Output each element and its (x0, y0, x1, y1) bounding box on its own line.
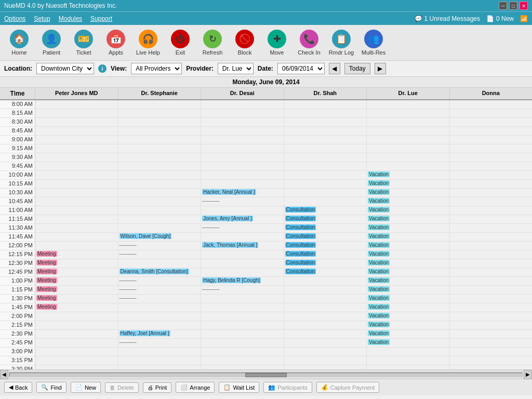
schedule-cell[interactable]: Vacation (367, 242, 450, 250)
schedule-cell[interactable] (118, 365, 202, 369)
schedule-cell[interactable] (35, 321, 118, 329)
schedule-cell[interactable]: Meeting (35, 259, 118, 268)
schedule-cell[interactable]: Meeting (35, 286, 118, 294)
schedule-cell[interactable] (35, 365, 118, 369)
schedule-cell[interactable] (201, 162, 284, 170)
schedule-cell[interactable] (35, 189, 118, 197)
block-button[interactable]: 🚫 Block (230, 27, 260, 58)
schedule-cell[interactable]: Meeting (35, 277, 118, 285)
schedule-cell[interactable] (201, 348, 284, 356)
schedule-cell[interactable]: ---------- (118, 339, 202, 347)
schedule-cell[interactable] (284, 286, 367, 294)
schedule-cell[interactable]: Vacation (367, 303, 450, 312)
schedule-cell[interactable] (450, 365, 533, 369)
schedule-cell[interactable] (35, 206, 118, 215)
schedule-cell[interactable] (450, 356, 533, 365)
table-row[interactable]: 9:00 AM (0, 136, 532, 144)
schedule-cell[interactable] (35, 171, 118, 179)
schedule-cell[interactable] (284, 303, 367, 312)
schedule-cell[interactable] (284, 171, 367, 179)
schedule-cell[interactable] (450, 303, 533, 312)
schedule-cell[interactable]: Vacation (367, 268, 450, 276)
table-row[interactable]: 11:30 AM----------ConsultationVacation (0, 224, 532, 233)
schedule-cell[interactable] (201, 100, 284, 109)
schedule-cell[interactable]: Vacation (367, 250, 450, 259)
date-select[interactable]: 06/09/2014 (277, 63, 325, 74)
location-info-button[interactable]: i (98, 64, 107, 73)
schedule-cell[interactable] (201, 180, 284, 188)
schedule-cell[interactable] (367, 356, 450, 365)
schedule-cell[interactable]: ---------- (118, 250, 202, 259)
schedule-cell[interactable]: Meeting (35, 303, 118, 312)
schedule-cell[interactable] (450, 321, 533, 329)
multires-button[interactable]: 👥 Multi-Res (358, 27, 389, 58)
schedule-cell[interactable]: Vacation (367, 171, 450, 179)
schedule-cell[interactable]: Vacation (367, 339, 450, 347)
table-row[interactable]: 12:15 PMMeeting----------ConsultationVac… (0, 250, 532, 259)
schedule-cell[interactable] (284, 162, 367, 170)
schedule-cell[interactable] (450, 197, 533, 206)
schedule-cell[interactable] (201, 356, 284, 365)
schedule-cell[interactable] (118, 136, 202, 144)
schedule-cell[interactable]: Hagy, Belinda R [Cough] (201, 277, 284, 285)
schedule-cell[interactable]: Vacation (367, 233, 450, 241)
table-row[interactable]: 3:15 PM (0, 356, 532, 365)
table-row[interactable]: 1:15 PMMeeting--------------------Vacati… (0, 286, 532, 295)
table-row[interactable]: 1:30 PMMeeting----------Vacation (0, 295, 532, 303)
schedule-cell[interactable] (35, 127, 118, 135)
schedule-cell[interactable] (35, 100, 118, 109)
table-row[interactable]: 11:45 AMWilson, Dave [Cough]Consultation… (0, 233, 532, 242)
schedule-cell[interactable] (118, 348, 202, 356)
schedule-cell[interactable] (450, 162, 533, 170)
exit-button[interactable]: ⏻ Exit (165, 27, 195, 58)
schedule-cell[interactable] (367, 100, 450, 109)
schedule-cell[interactable] (201, 233, 284, 241)
capture-button[interactable]: 💰 Capture Payment (316, 382, 380, 393)
schedule-cell[interactable] (450, 250, 533, 259)
schedule-cell[interactable] (118, 206, 202, 215)
schedule-cell[interactable] (35, 180, 118, 188)
schedule-cell[interactable] (35, 330, 118, 338)
schedule-cell[interactable] (450, 215, 533, 223)
schedule-cell[interactable] (118, 144, 202, 153)
schedule-cell[interactable] (284, 118, 367, 126)
schedule-cell[interactable]: Consultation (284, 206, 367, 215)
schedule-cell[interactable] (201, 153, 284, 162)
schedule-cell[interactable]: Consultation (284, 250, 367, 259)
schedule-cell[interactable] (450, 189, 533, 197)
schedule-cell[interactable] (367, 144, 450, 153)
schedule-cell[interactable] (35, 144, 118, 153)
schedule-cell[interactable]: ---------- (201, 224, 284, 232)
schedule-cell[interactable] (284, 100, 367, 109)
schedule-cell[interactable]: Consultation (284, 242, 367, 250)
schedule-cell[interactable] (450, 100, 533, 109)
schedule-cell[interactable] (284, 295, 367, 303)
table-row[interactable]: 8:00 AM (0, 100, 532, 109)
menu-modules[interactable]: Modules (59, 15, 82, 22)
schedule-cell[interactable] (201, 321, 284, 329)
move-button[interactable]: ✚ Move (262, 27, 292, 58)
schedule-cell[interactable] (367, 118, 450, 126)
schedule-cell[interactable] (284, 277, 367, 285)
schedule-cell[interactable] (450, 153, 533, 162)
schedule-cell[interactable] (284, 330, 367, 338)
schedule-cell[interactable]: Vacation (367, 330, 450, 338)
schedule-cell[interactable] (201, 339, 284, 347)
schedule-cell[interactable] (450, 233, 533, 241)
schedule-cell[interactable] (450, 242, 533, 250)
schedule-cell[interactable]: Vacation (367, 224, 450, 232)
schedule-cell[interactable]: Vacation (367, 277, 450, 285)
schedule-cell[interactable] (284, 127, 367, 135)
appts-button[interactable]: 📅 Appts (101, 27, 131, 58)
schedule-cell[interactable] (35, 136, 118, 144)
schedule-cell[interactable]: Consultation (284, 215, 367, 223)
schedule-cell[interactable]: Meeting (35, 295, 118, 303)
table-row[interactable]: 3:00 PM (0, 348, 532, 356)
schedule-cell[interactable]: Haffey, Joel [Annual ] (118, 330, 202, 338)
hscroll-left-button[interactable]: ◀ (0, 370, 8, 379)
patient-button[interactable]: 👤 Patient (36, 27, 66, 58)
schedule-cell[interactable] (35, 197, 118, 206)
schedule-cell[interactable]: Vacation (367, 215, 450, 223)
schedule-cell[interactable] (450, 339, 533, 347)
delete-button[interactable]: 🗑 Delete (105, 382, 139, 393)
